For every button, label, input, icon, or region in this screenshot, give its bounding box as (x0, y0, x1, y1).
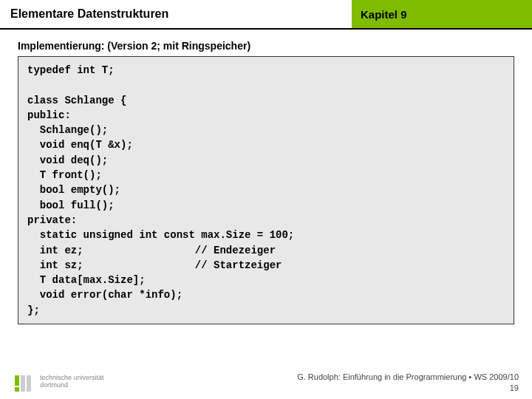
footer-credit: G. Rudolph: Einführung in die Programmie… (297, 372, 519, 393)
slide-footer: technische universität dortmund G. Rudol… (13, 371, 519, 393)
slide-header: Elementare Datenstrukturen Kapitel 9 (0, 0, 532, 28)
credit-line1: G. Rudolph: Einführung in die Programmie… (297, 372, 519, 382)
svg-rect-2 (21, 375, 25, 392)
svg-rect-3 (27, 375, 31, 392)
header-title-left: Elementare Datenstrukturen (0, 0, 352, 28)
subtitle: Implementierung: (Version 2; mit Ringspe… (18, 40, 514, 52)
svg-rect-0 (15, 375, 19, 386)
svg-rect-1 (15, 387, 19, 392)
logo-text: technische universität dortmund (40, 375, 104, 389)
header-title-right: Kapitel 9 (352, 0, 532, 28)
logo-line2: dortmund (40, 382, 104, 389)
code-block: typedef int T; class Schlange { public: … (18, 56, 514, 324)
credit-page-number: 19 (297, 383, 519, 393)
university-logo: technische universität dortmund (13, 371, 104, 393)
slide-content: Implementierung: (Version 2; mit Ringspe… (0, 30, 532, 324)
tu-logo-icon (13, 371, 35, 393)
